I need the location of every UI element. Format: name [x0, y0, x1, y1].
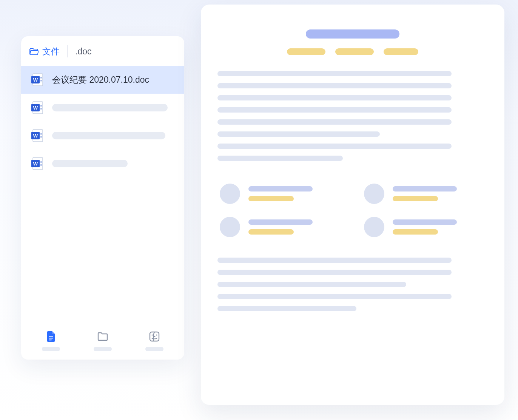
person-item: [364, 217, 486, 237]
file-list: W 会议纪要 2020.07.10.doc W W W: [21, 63, 184, 323]
avatar-placeholder: [220, 184, 240, 204]
file-name-placeholder: [52, 104, 168, 111]
svg-rect-12: [40, 108, 42, 109]
file-row[interactable]: W: [21, 150, 184, 178]
people-grid: [217, 177, 488, 249]
svg-rect-27: [40, 165, 42, 166]
svg-rect-19: [40, 136, 42, 137]
search-query[interactable]: .doc: [75, 46, 91, 57]
person-role-placeholder: [393, 229, 438, 235]
folder-icon: [96, 330, 109, 343]
file-row[interactable]: W: [21, 94, 184, 122]
person-name-placeholder: [393, 186, 457, 191]
finder-icon: [148, 330, 161, 343]
text-line-placeholder: [217, 156, 343, 161]
file-tab-label: 文件: [42, 46, 60, 57]
file-name: 会议纪要 2020.07.10.doc: [52, 74, 149, 86]
text-line-placeholder: [217, 107, 452, 113]
nav-label-placeholder: [42, 347, 60, 351]
svg-rect-11: [40, 107, 42, 107]
panel-header: 文件 .doc: [21, 36, 184, 63]
avatar-placeholder: [364, 184, 384, 204]
svg-rect-4: [40, 79, 42, 79]
svg-rect-24: [40, 161, 42, 162]
word-doc-icon: W: [30, 73, 45, 87]
svg-rect-25: [40, 162, 42, 163]
nav-label-placeholder: [94, 347, 112, 351]
person-name-placeholder: [248, 186, 313, 191]
nav-finder[interactable]: [145, 330, 163, 351]
bottom-nav: [21, 323, 184, 360]
svg-rect-6: [40, 82, 42, 82]
svg-rect-29: [49, 338, 53, 338]
person-role-placeholder: [248, 196, 294, 201]
svg-rect-5: [40, 80, 42, 81]
svg-rect-13: [40, 110, 42, 110]
person-name-placeholder: [248, 219, 313, 225]
folder-open-icon: [29, 48, 39, 55]
nav-folder[interactable]: [94, 330, 112, 351]
file-row[interactable]: W 会议纪要 2020.07.10.doc: [21, 66, 184, 94]
word-doc-icon: W: [30, 156, 45, 171]
file-row[interactable]: W: [21, 122, 184, 150]
person-name-placeholder: [393, 219, 457, 225]
svg-text:W: W: [33, 105, 38, 111]
svg-text:W: W: [33, 161, 38, 167]
person-item: [364, 184, 486, 204]
text-line-placeholder: [217, 95, 452, 100]
text-line-placeholder: [217, 119, 452, 125]
text-line-placeholder: [217, 71, 452, 76]
text-line-placeholder: [217, 270, 452, 275]
tag-placeholder: [287, 48, 325, 55]
tag-placeholder: [335, 48, 374, 55]
text-line-placeholder: [217, 258, 452, 263]
text-line-placeholder: [217, 294, 452, 299]
person-role-placeholder: [393, 196, 438, 201]
person-item: [220, 217, 341, 237]
svg-point-33: [156, 334, 157, 335]
document-preview: [201, 5, 504, 405]
header-divider: [67, 45, 68, 57]
preview-title-placeholder: [306, 29, 399, 39]
tag-placeholder: [384, 48, 418, 55]
svg-rect-26: [40, 164, 42, 165]
avatar-placeholder: [220, 217, 240, 237]
svg-rect-30: [49, 340, 52, 340]
preview-body-1: [217, 71, 488, 161]
avatar-placeholder: [364, 217, 384, 237]
person-role-placeholder: [248, 229, 294, 235]
file-search-panel: 文件 .doc W 会议纪要 2020.07.10.doc W W W: [21, 36, 184, 360]
file-name-placeholder: [52, 160, 128, 167]
person-item: [220, 184, 341, 204]
svg-text:W: W: [33, 133, 38, 139]
svg-point-32: [152, 334, 153, 335]
svg-rect-20: [40, 137, 42, 138]
preview-tag-row: [217, 48, 488, 55]
svg-rect-3: [40, 77, 42, 78]
text-line-placeholder: [217, 282, 406, 287]
svg-rect-28: [49, 336, 53, 337]
text-line-placeholder: [217, 306, 356, 311]
word-doc-icon: W: [30, 128, 45, 143]
text-line-placeholder: [217, 83, 452, 88]
file-tab[interactable]: 文件: [29, 46, 60, 57]
nav-documents[interactable]: [42, 330, 60, 351]
preview-body-2: [217, 258, 488, 311]
word-doc-icon: W: [30, 100, 45, 115]
svg-text:W: W: [33, 77, 38, 83]
document-icon: [45, 330, 57, 343]
file-name-placeholder: [52, 132, 165, 139]
svg-rect-17: [40, 133, 42, 134]
text-line-placeholder: [217, 131, 380, 137]
nav-label-placeholder: [145, 347, 163, 351]
svg-rect-10: [40, 105, 42, 106]
svg-rect-18: [40, 134, 42, 135]
text-line-placeholder: [217, 144, 452, 149]
